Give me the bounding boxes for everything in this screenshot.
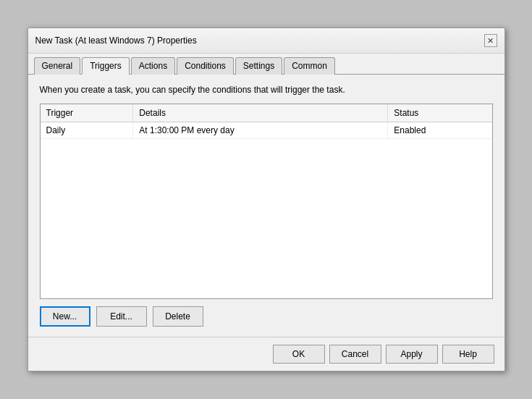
tab-actions[interactable]: Actions [131,57,175,75]
main-window: New Task (At least Windows 7) Properties… [28,28,505,371]
tab-common[interactable]: Common [284,57,335,75]
window-title: New Task (At least Windows 7) Properties [35,35,197,46]
cell-status: Enabled [388,122,492,139]
close-button[interactable]: ✕ [484,34,497,47]
col-status: Status [388,104,492,122]
new-button[interactable]: New... [40,306,90,327]
ok-button[interactable]: OK [273,345,325,364]
title-bar: New Task (At least Windows 7) Properties… [28,28,504,54]
cancel-button[interactable]: Cancel [329,345,381,364]
help-button[interactable]: Help [442,345,494,364]
tab-bar: General Triggers Actions Conditions Sett… [28,54,504,75]
content-area: When you create a task, you can specify … [28,75,504,337]
table-header-row: Trigger Details Status [41,104,492,122]
col-details: Details [133,104,388,122]
edit-button[interactable]: Edit... [96,306,147,327]
tab-settings[interactable]: Settings [235,57,282,75]
cell-details: At 1:30:00 PM every day [133,122,388,139]
tab-conditions[interactable]: Conditions [177,57,234,75]
action-buttons: New... Edit... Delete [40,306,493,327]
description-text: When you create a task, you can specify … [40,85,493,95]
triggers-table: Trigger Details Status Daily At 1:30:00 … [41,104,492,139]
footer: OK Cancel Apply Help [28,337,504,371]
cell-trigger: Daily [41,122,133,139]
triggers-table-container: Trigger Details Status Daily At 1:30:00 … [40,104,493,299]
delete-button[interactable]: Delete [153,306,203,327]
tab-triggers[interactable]: Triggers [82,57,130,75]
apply-button[interactable]: Apply [386,345,438,364]
tab-general[interactable]: General [34,57,81,75]
table-row[interactable]: Daily At 1:30:00 PM every day Enabled [41,122,492,139]
col-trigger: Trigger [41,104,133,122]
